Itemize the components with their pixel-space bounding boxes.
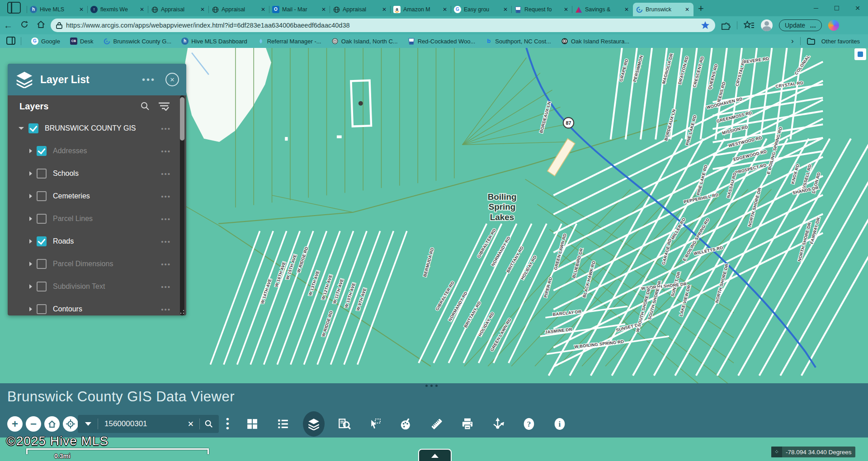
tab-close-icon[interactable]: ✕ bbox=[78, 6, 85, 13]
draw-button[interactable] bbox=[391, 411, 421, 437]
layer-checkbox[interactable] bbox=[37, 169, 47, 179]
zoom-out-button[interactable]: − bbox=[26, 416, 41, 432]
layer-menu-dots[interactable]: ••• bbox=[161, 306, 171, 313]
layer-menu-dots[interactable]: ••• bbox=[161, 215, 171, 223]
profile-avatar[interactable] bbox=[761, 19, 773, 31]
bookmark-hive-mls-dashboard[interactable]: hHive MLS Dashboard bbox=[181, 38, 247, 45]
browser-tab-brunswick[interactable]: Brunswick✕ bbox=[633, 3, 693, 16]
browser-tab-appraisal[interactable]: Appraisal✕ bbox=[330, 3, 391, 16]
bookmark-oak-island-north-c[interactable]: Oak Island, North C... bbox=[331, 38, 398, 45]
search-dropdown-caret[interactable] bbox=[85, 422, 91, 426]
browser-tab-savings-[interactable]: Savings &✕ bbox=[572, 3, 633, 16]
home-icon[interactable] bbox=[33, 20, 49, 31]
tab-close-icon[interactable]: ✕ bbox=[441, 6, 448, 13]
back-icon[interactable]: ← bbox=[0, 20, 16, 31]
tab-close-icon[interactable]: ✕ bbox=[684, 6, 691, 13]
layer-row-contours[interactable]: Contours••• bbox=[8, 298, 186, 315]
layer-list-button[interactable] bbox=[298, 411, 329, 437]
tab-close-icon[interactable]: ✕ bbox=[623, 6, 630, 13]
layer-checkbox[interactable] bbox=[37, 304, 47, 314]
layer-menu-dots[interactable]: ••• bbox=[161, 147, 171, 155]
my-location-button[interactable] bbox=[63, 416, 78, 432]
select-button[interactable] bbox=[360, 411, 391, 437]
layer-row-subdivision-text[interactable]: Subdivision Text••• bbox=[8, 275, 186, 298]
browser-tab-appraisal[interactable]: Appraisal✕ bbox=[209, 3, 269, 16]
refresh-icon[interactable] bbox=[16, 20, 33, 31]
parcel-search-box[interactable]: 1560000301 ✕ bbox=[78, 415, 219, 433]
expand-caret-icon[interactable] bbox=[29, 307, 32, 311]
bookmark-google[interactable]: GGoogle bbox=[31, 38, 60, 45]
tab-close-icon[interactable]: ✕ bbox=[381, 6, 388, 13]
bookmark-referral-manager[interactable]: Referral Manager -... bbox=[257, 38, 321, 45]
coordinate-crosshair-icon[interactable]: ⁘ bbox=[771, 447, 782, 457]
layer-menu-dots[interactable]: ••• bbox=[161, 193, 171, 200]
home-extent-button[interactable] bbox=[44, 416, 60, 432]
browser-tab-appraisal[interactable]: Appraisal✕ bbox=[148, 3, 209, 16]
layer-checkbox[interactable] bbox=[37, 214, 47, 224]
layer-filter-icon[interactable] bbox=[158, 102, 170, 111]
bookmark-desk[interactable]: CBDesk bbox=[70, 38, 94, 45]
layer-menu-dots[interactable]: ••• bbox=[161, 260, 171, 268]
bookmark-southport-nc-cost[interactable]: bSouthport, NC Cost... bbox=[485, 38, 551, 45]
browser-tab-mail-mar[interactable]: OMail - Mar✕ bbox=[269, 3, 330, 16]
basemap-gallery-button[interactable] bbox=[237, 411, 268, 437]
about-button[interactable]: i bbox=[544, 411, 575, 437]
bar-drag-handle[interactable] bbox=[425, 385, 438, 387]
layer-row-cemeteries[interactable]: Cemeteries••• bbox=[8, 185, 186, 207]
overview-map-button[interactable] bbox=[854, 48, 866, 60]
copilot-icon[interactable] bbox=[828, 20, 839, 31]
tab-close-icon[interactable]: ✕ bbox=[320, 6, 327, 13]
new-tab-button[interactable]: + bbox=[698, 3, 704, 14]
favorites-icon[interactable] bbox=[744, 21, 755, 30]
panel-resize-handle[interactable] bbox=[180, 310, 184, 314]
layer-checkbox[interactable] bbox=[37, 236, 47, 246]
other-favorites-label[interactable]: Other favorites bbox=[821, 38, 860, 45]
layer-checkbox[interactable] bbox=[37, 259, 47, 269]
update-menu-dots[interactable]: … bbox=[810, 22, 816, 29]
panel-close-icon[interactable]: ✕ bbox=[165, 73, 179, 86]
search-input[interactable]: 1560000301 bbox=[104, 419, 182, 428]
tab-close-icon[interactable]: ✕ bbox=[138, 6, 146, 13]
bookmark-star-icon[interactable] bbox=[701, 21, 710, 30]
search-more-dots[interactable]: ••• bbox=[226, 417, 229, 430]
browser-tab-hive-mls[interactable]: hHive MLS✕ bbox=[27, 3, 88, 16]
panel-scrollbar-thumb[interactable] bbox=[180, 97, 184, 141]
update-button[interactable]: Update … bbox=[779, 19, 822, 31]
layer-menu-dots[interactable]: ••• bbox=[161, 170, 171, 178]
browser-tab-amazon-m[interactable]: aAmazon M✕ bbox=[391, 3, 451, 16]
layer-menu-dots[interactable]: ••• bbox=[161, 238, 171, 245]
help-button[interactable]: ? bbox=[514, 411, 544, 437]
print-button[interactable] bbox=[452, 411, 483, 437]
tab-close-icon[interactable]: ✕ bbox=[259, 6, 267, 13]
layer-menu-dots[interactable]: ••• bbox=[161, 283, 171, 291]
legend-button[interactable] bbox=[268, 411, 298, 437]
expand-caret-icon[interactable] bbox=[29, 284, 32, 289]
browser-tab-flexmls-we[interactable]: ↑flexmls We✕ bbox=[88, 3, 148, 16]
tab-close-icon[interactable]: ✕ bbox=[562, 6, 570, 13]
browser-tab-easy-grou[interactable]: GEasy grou✕ bbox=[451, 3, 512, 16]
sidebar-toggle-icon[interactable] bbox=[6, 37, 15, 46]
extensions-icon[interactable] bbox=[722, 20, 731, 30]
layer-checkbox[interactable] bbox=[28, 123, 38, 133]
expand-caret-icon[interactable] bbox=[19, 127, 24, 130]
maximize-button[interactable]: ☐ bbox=[826, 0, 847, 16]
expand-caret-icon[interactable] bbox=[29, 239, 32, 244]
layer-checkbox[interactable] bbox=[37, 282, 47, 292]
browser-tab-request-fo[interactable]: Request fo✕ bbox=[512, 3, 572, 16]
layer-checkbox[interactable] bbox=[37, 146, 47, 156]
search-clear-icon[interactable]: ✕ bbox=[182, 419, 199, 429]
expand-caret-icon[interactable] bbox=[29, 171, 32, 176]
attribute-search-button[interactable] bbox=[329, 411, 360, 437]
close-button[interactable]: ✕ bbox=[847, 0, 868, 16]
tab-close-icon[interactable]: ✕ bbox=[502, 6, 509, 13]
bookmark-oak-island-restaura[interactable]: Oak Island Restaura... bbox=[561, 38, 629, 45]
workspace-icon[interactable] bbox=[7, 2, 21, 14]
layer-row-schools[interactable]: Schools••• bbox=[8, 162, 186, 185]
attribute-table-toggle[interactable] bbox=[418, 449, 452, 461]
expand-caret-icon[interactable] bbox=[29, 216, 32, 221]
expand-caret-icon[interactable] bbox=[29, 149, 32, 153]
bookmark-brunswick-county-g[interactable]: Brunswick County G... bbox=[104, 38, 172, 45]
layer-row-parcel-lines[interactable]: Parcel Lines••• bbox=[8, 207, 186, 230]
layer-row-brunswick-county-gis[interactable]: BRUNSWICK COUNTY GIS••• bbox=[8, 117, 186, 140]
bookmarks-overflow-icon[interactable]: › bbox=[791, 37, 794, 46]
